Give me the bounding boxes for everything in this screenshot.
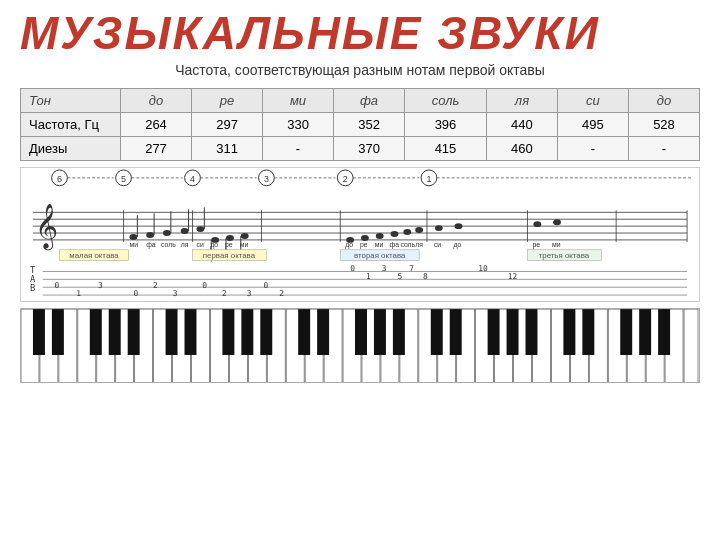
note-mi: ми [263, 89, 334, 113]
svg-text:вторая октава: вторая октава [354, 251, 406, 260]
svg-text:си: си [196, 241, 203, 248]
svg-text:0: 0 [202, 281, 207, 290]
svg-point-42 [181, 228, 189, 234]
svg-rect-151 [109, 309, 121, 355]
frequency-table: Тон до ре ми фа соль ля си до Частота, Г… [20, 88, 700, 161]
svg-text:си: си [434, 241, 441, 248]
page-title: МУЗЫКАЛЬНЫЕ ЗВУКИ [20, 10, 700, 56]
svg-text:8: 8 [423, 272, 428, 281]
svg-rect-166 [507, 309, 519, 355]
svg-point-77 [455, 223, 463, 229]
svg-rect-171 [639, 309, 651, 355]
svg-text:3: 3 [264, 174, 269, 184]
sharp-dash2: - [557, 137, 628, 161]
svg-text:𝄞: 𝄞 [35, 203, 58, 251]
svg-text:ре: ре [225, 241, 233, 249]
svg-point-81 [533, 221, 541, 227]
staff-container: 6 5 4 3 2 1 𝄞 [20, 167, 700, 302]
svg-text:3: 3 [382, 264, 387, 273]
freq-528: 528 [628, 113, 699, 137]
svg-rect-165 [488, 309, 500, 355]
svg-text:соль: соль [400, 241, 415, 248]
sharp-dash1: - [263, 137, 334, 161]
svg-rect-156 [241, 309, 253, 355]
svg-text:0: 0 [263, 281, 268, 290]
svg-rect-164 [450, 309, 462, 355]
svg-text:ми: ми [552, 241, 561, 248]
svg-point-33 [129, 234, 137, 240]
svg-text:соль: соль [161, 241, 176, 248]
sharp-370: 370 [334, 137, 405, 161]
staff-svg: 6 5 4 3 2 1 𝄞 [21, 168, 699, 301]
svg-rect-162 [393, 309, 405, 355]
freq-330: 330 [263, 113, 334, 137]
table-header-ton: Тон [21, 89, 121, 113]
svg-text:3: 3 [247, 289, 252, 298]
svg-rect-167 [526, 309, 538, 355]
svg-text:1: 1 [426, 174, 431, 184]
svg-rect-155 [222, 309, 234, 355]
svg-text:первая октава: первая октава [203, 251, 256, 260]
note-do2: до [628, 89, 699, 113]
svg-text:10: 10 [478, 264, 488, 273]
svg-rect-160 [355, 309, 367, 355]
sharp-dash3: - [628, 137, 699, 161]
freq-352: 352 [334, 113, 405, 137]
svg-rect-158 [298, 309, 310, 355]
freq-297: 297 [192, 113, 263, 137]
sharp-277: 277 [121, 137, 192, 161]
svg-text:2: 2 [153, 281, 158, 290]
page: МУЗЫКАЛЬНЫЕ ЗВУКИ Частота, соответствующ… [0, 0, 720, 540]
svg-rect-159 [317, 309, 329, 355]
svg-point-67 [391, 231, 399, 237]
svg-text:12: 12 [508, 272, 518, 281]
note-si: си [557, 89, 628, 113]
svg-point-83 [553, 219, 561, 225]
svg-text:ми: ми [129, 241, 138, 248]
piano-svg: // This won't run in SVG context, use st… [21, 309, 699, 383]
svg-text:до: до [345, 241, 353, 249]
sharp-460: 460 [486, 137, 557, 161]
svg-text:7: 7 [409, 264, 414, 273]
svg-rect-163 [431, 309, 443, 355]
row-sharp-label: Диезы [21, 137, 121, 161]
svg-text:3: 3 [173, 289, 178, 298]
svg-text:1: 1 [76, 289, 81, 298]
svg-text:ля: ля [181, 241, 189, 248]
svg-text:ми: ми [240, 241, 249, 248]
svg-text:1: 1 [366, 272, 371, 281]
note-re: ре [192, 89, 263, 113]
svg-rect-150 [90, 309, 102, 355]
freq-495: 495 [557, 113, 628, 137]
svg-text:до: до [210, 241, 218, 249]
svg-rect-169 [582, 309, 594, 355]
sharp-311: 311 [192, 137, 263, 161]
svg-text:2: 2 [343, 174, 348, 184]
piano: // This won't run in SVG context, use st… [20, 308, 700, 383]
svg-rect-170 [620, 309, 632, 355]
row-freq-label: Частота, Гц [21, 113, 121, 137]
note-fa: фа [334, 89, 405, 113]
svg-point-54 [241, 233, 249, 239]
svg-rect-157 [260, 309, 272, 355]
svg-text:ре: ре [360, 241, 368, 249]
svg-text:5: 5 [397, 272, 402, 281]
svg-rect-161 [374, 309, 386, 355]
svg-text:ля: ля [415, 241, 423, 248]
svg-point-71 [415, 227, 423, 233]
freq-396: 396 [405, 113, 487, 137]
svg-text:2: 2 [279, 289, 284, 298]
svg-point-45 [196, 226, 204, 232]
svg-rect-148 [33, 309, 45, 355]
svg-text:фа: фа [390, 241, 400, 249]
svg-text:2: 2 [222, 289, 227, 298]
svg-text:малая октава: малая октава [69, 251, 119, 260]
svg-rect-149 [52, 309, 64, 355]
svg-text:до: до [454, 241, 462, 249]
subtitle: Частота, соответствующая разным нотам пе… [20, 62, 700, 78]
svg-point-39 [163, 230, 171, 236]
svg-text:0: 0 [133, 289, 138, 298]
svg-text:5: 5 [121, 174, 126, 184]
svg-text:3: 3 [98, 281, 103, 290]
note-la: ля [486, 89, 557, 113]
